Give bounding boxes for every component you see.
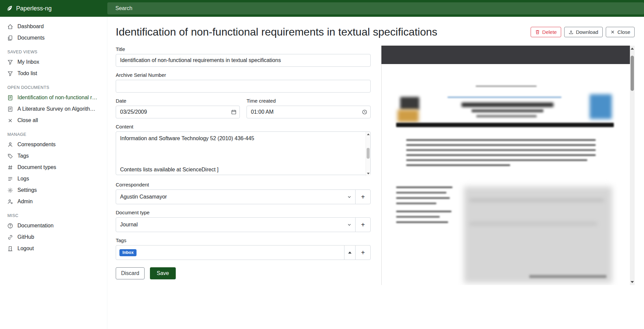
sidebar-item-label: Close all xyxy=(17,117,38,123)
sidebar-item-label: Settings xyxy=(17,187,37,193)
download-button-label: Download xyxy=(576,29,598,35)
blur-abstract-line xyxy=(406,149,596,151)
blur-abstract-line xyxy=(406,164,510,166)
download-icon xyxy=(569,30,574,35)
correspondent-select[interactable]: Agustin Casamayor xyxy=(116,189,356,204)
brand[interactable]: Paperless-ng xyxy=(0,0,107,17)
pdf-preview xyxy=(381,46,635,285)
scrollbar-thumb[interactable] xyxy=(631,56,634,91)
document-type-select[interactable]: Journal xyxy=(116,217,356,232)
link-icon xyxy=(7,234,13,240)
sidebar-open-doc-1[interactable]: Identification of non-functional require… xyxy=(0,92,107,103)
title-input[interactable] xyxy=(116,54,371,67)
pdf-toolbar xyxy=(381,46,630,64)
content-field-label: Content xyxy=(116,124,371,129)
sidebar-item-settings[interactable]: Settings xyxy=(0,184,107,196)
top-navbar: Paperless-ng xyxy=(0,0,644,17)
time-created-field-label: Time created xyxy=(247,98,371,104)
files-icon xyxy=(7,35,13,41)
document-detail: Identification of non-functional require… xyxy=(107,17,644,329)
person-icon xyxy=(7,142,13,148)
sidebar-item-dashboard[interactable]: Dashboard xyxy=(0,21,107,32)
tags-dropdown-button[interactable] xyxy=(344,245,356,260)
blur-rule xyxy=(396,123,614,127)
sidebar-item-label: Todo list xyxy=(17,70,37,76)
blur-abstract-line xyxy=(406,154,596,156)
title-field-label: Title xyxy=(116,46,371,52)
scrollbar-thumb[interactable] xyxy=(367,148,370,159)
sidebar-item-close-all[interactable]: Close all xyxy=(0,115,107,126)
blur-title xyxy=(462,103,553,107)
sidebar-section-misc: MISC xyxy=(0,207,107,220)
add-tag-button[interactable]: + xyxy=(355,245,371,260)
sidebar-item-label: Logs xyxy=(17,176,29,182)
tag-icon xyxy=(7,153,13,159)
door-icon xyxy=(7,246,13,252)
blur-body-streak xyxy=(470,199,604,202)
correspondent-selected-value: Agustin Casamayor xyxy=(120,194,167,200)
date-field-label: Date xyxy=(116,98,240,104)
content-scrollbar[interactable] xyxy=(366,132,370,176)
sidebar-item-label: A Literature Survey on Algorithms for Mu… xyxy=(17,106,100,112)
blur-info-line xyxy=(396,192,446,194)
document-type-field-label: Document type xyxy=(116,210,371,215)
brand-logo-icon xyxy=(6,5,13,12)
scroll-down-arrow[interactable] xyxy=(367,173,370,174)
sidebar-item-documents[interactable]: Documents xyxy=(0,32,107,44)
close-button[interactable]: Close xyxy=(606,27,635,37)
asn-field-label: Archive Serial Number xyxy=(116,72,371,78)
date-input[interactable] xyxy=(116,106,240,118)
save-button[interactable]: Save xyxy=(150,267,175,279)
sidebar-item-correspondents[interactable]: Correspondents xyxy=(0,139,107,150)
sidebar-item-todo-list[interactable]: Todo list xyxy=(0,68,107,79)
house-icon xyxy=(7,24,13,30)
download-button[interactable]: Download xyxy=(564,27,603,37)
list-icon xyxy=(7,176,13,182)
sidebar-item-my-inbox[interactable]: My Inbox xyxy=(0,56,107,68)
sidebar-item-document-types[interactable]: Document types xyxy=(0,162,107,173)
hash-icon xyxy=(7,165,13,170)
sidebar-item-tags[interactable]: Tags xyxy=(0,150,107,162)
blur-abstract-line xyxy=(406,139,596,141)
archive-serial-number-input[interactable] xyxy=(116,80,371,93)
scroll-down-arrow[interactable] xyxy=(631,281,634,283)
scroll-up-arrow[interactable] xyxy=(631,48,634,50)
blur-authors xyxy=(476,115,537,117)
delete-button[interactable]: Delete xyxy=(531,27,561,37)
sidebar-item-documentation[interactable]: Documentation xyxy=(0,220,107,231)
search-input[interactable] xyxy=(107,2,644,14)
pdf-page xyxy=(381,64,630,285)
tags-field-label: Tags xyxy=(116,237,371,243)
blur-blueline xyxy=(447,97,561,98)
correspondent-field-label: Correspondent xyxy=(116,182,371,187)
sidebar-item-label: Correspondents xyxy=(17,142,56,148)
person-gear-icon xyxy=(7,199,13,205)
add-correspondent-button[interactable]: + xyxy=(355,189,371,204)
sidebar-item-github[interactable]: GitHub xyxy=(0,231,107,243)
chevron-down-icon xyxy=(347,195,352,199)
content-textarea[interactable]: Information and Software Technology 52 (… xyxy=(116,131,371,175)
blur-info-line xyxy=(396,186,452,188)
blur-body-streak xyxy=(470,222,597,225)
document-type-selected-value: Journal xyxy=(120,222,138,228)
caret-up-icon xyxy=(348,252,352,254)
sidebar-item-label: Tags xyxy=(17,153,29,159)
sidebar-item-logs[interactable]: Logs xyxy=(0,173,107,184)
sidebar: Dashboard Documents SAVED VIEWS My Inbox… xyxy=(0,17,107,329)
blur-info-line xyxy=(396,197,450,199)
sidebar-item-logout[interactable]: Logout xyxy=(0,243,107,254)
scroll-up-arrow[interactable] xyxy=(367,133,370,135)
blur-topline xyxy=(476,86,537,87)
add-document-type-button[interactable]: + xyxy=(355,217,371,232)
close-icon xyxy=(610,30,615,35)
preview-scrollbar[interactable] xyxy=(630,46,635,285)
sidebar-open-doc-2[interactable]: A Literature Survey on Algorithms for Mu… xyxy=(0,103,107,115)
file-text-icon xyxy=(7,106,13,112)
tags-select[interactable]: Inbox xyxy=(116,245,344,260)
funnel-icon xyxy=(7,71,13,76)
tag-badge-inbox: Inbox xyxy=(119,249,137,256)
blur-info-line xyxy=(396,216,440,218)
discard-button[interactable]: Discard xyxy=(116,267,145,279)
sidebar-item-admin[interactable]: Admin xyxy=(0,196,107,207)
time-created-input[interactable] xyxy=(247,106,371,118)
